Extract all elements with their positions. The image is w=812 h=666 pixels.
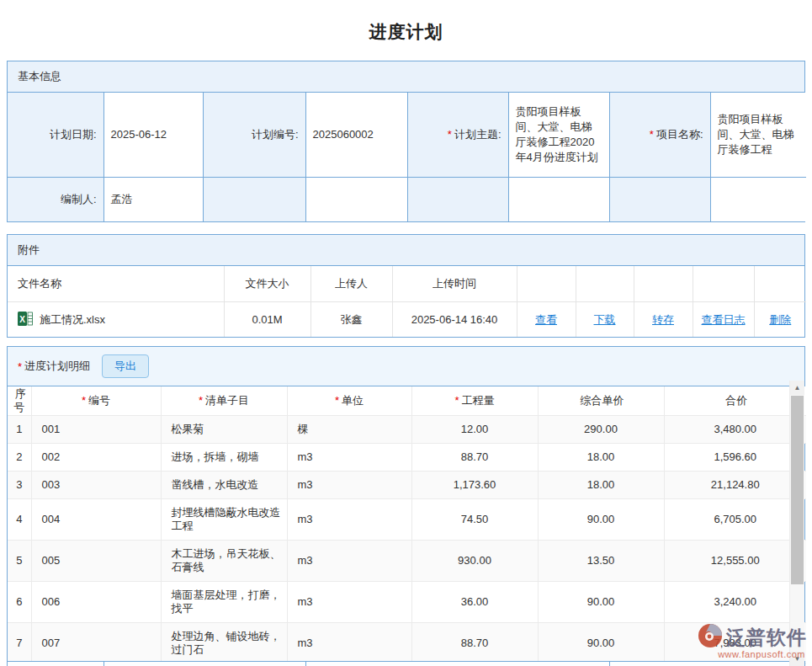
row-quantity: 74.50 <box>411 499 538 541</box>
attachments-section-header: 附件 <box>8 235 804 266</box>
row-code: 006 <box>31 582 161 623</box>
row-unit-price: 13.50 <box>538 541 664 582</box>
export-button[interactable]: 导出 <box>102 354 149 378</box>
download-link[interactable]: 下载 <box>594 313 616 326</box>
row-total: 1,596.60 <box>664 444 806 472</box>
row-total: 7,983.00 <box>664 623 806 664</box>
uploader-cell: 张鑫 <box>310 302 392 338</box>
action-column-header-empty <box>634 266 693 302</box>
no-column-header: 序号 <box>8 386 31 416</box>
empty-label-cell <box>203 178 305 222</box>
plan-subject-value: 贵阳项目样板间、大堂、电梯厅装修工程2020年4月份进度计划 <box>508 93 609 178</box>
file-size-cell: 0.01M <box>224 302 310 338</box>
attachment-row: X 施工情况.xlsx 0.01M 张鑫 2025-06-14 16:40 查看… <box>8 302 806 338</box>
row-no: 2 <box>8 444 31 472</box>
upload-time-column-header: 上传时间 <box>392 266 517 302</box>
attachments-table: 文件名称 文件大小 上传人 上传时间 X <box>8 266 806 337</box>
row-no: 7 <box>8 623 31 664</box>
plan-subject-label: *计划主题: <box>407 93 508 178</box>
basic-info-table: 计划日期: 2025-06-12 计划编号: 2025060002 *计划主题:… <box>8 93 806 221</box>
row-item: 封埋线槽隐蔽水电改造工程 <box>161 499 287 541</box>
row-item: 凿线槽，水电改造 <box>161 472 287 499</box>
row-item: 木工进场，吊天花板、石膏线 <box>161 541 287 582</box>
row-quantity: 88.70 <box>411 623 538 664</box>
view-link[interactable]: 查看 <box>535 313 557 326</box>
plan-date-label: 计划日期: <box>8 93 103 178</box>
row-quantity: 930.00 <box>411 541 538 582</box>
basic-info-row-2: 编制人: 孟浩 <box>8 178 806 222</box>
row-code: 004 <box>31 499 161 541</box>
empty-value-cell <box>710 178 806 222</box>
delete-link[interactable]: 删除 <box>769 313 791 326</box>
table-row: 2 002 进场，拆墙，砌墙 m3 88.70 18.00 1,596.60 <box>8 444 806 472</box>
action-cell: 查看 <box>517 302 576 338</box>
transfer-save-link[interactable]: 转存 <box>652 313 674 326</box>
item-column-header: *清单子目 <box>161 386 287 416</box>
row-unit-price: 90.00 <box>538 623 664 664</box>
row-unit: 棵 <box>287 416 411 444</box>
attachments-header-row: 文件名称 文件大小 上传人 上传时间 <box>8 266 806 302</box>
row-total: 12,555.00 <box>664 541 806 582</box>
project-name-label: *项目名称: <box>609 93 710 178</box>
row-code: 001 <box>31 416 161 444</box>
details-section-title: 进度计划明细 <box>24 359 90 374</box>
row-no: 1 <box>8 416 31 444</box>
details-section: * 进度计划明细 导出 序号 *编号 *清单子目 *单位 *工程量 综合单价 合… <box>7 346 805 666</box>
row-total: 21,124.80 <box>664 472 806 499</box>
table-row: 5 005 木工进场，吊天花板、石膏线 m3 930.00 13.50 12,5… <box>8 541 806 582</box>
plan-number-value: 2025060002 <box>305 93 407 178</box>
details-table: 序号 *编号 *清单子目 *单位 *工程量 综合单价 合价 1 001 松果菊 … <box>8 386 806 666</box>
upload-time-cell: 2025-06-14 16:40 <box>392 302 517 338</box>
action-cell: 转存 <box>634 302 693 338</box>
row-unit-price: 18.00 <box>538 472 664 499</box>
row-unit-price: 18.00 <box>538 444 664 472</box>
row-total: 3,480.00 <box>664 416 806 444</box>
row-item: 松果菊 <box>161 416 287 444</box>
details-scrollbar[interactable]: ▲ ▼ <box>789 381 804 666</box>
view-log-link[interactable]: 查看日志 <box>702 313 746 326</box>
basic-info-section: 基本信息 计划日期: 2025-06-12 计划编号: 2025060002 *… <box>7 61 805 222</box>
action-column-header-empty <box>576 266 634 302</box>
row-quantity: 88.70 <box>411 444 538 472</box>
row-item: 墙面基层处理，打磨，找平 <box>161 582 287 623</box>
scroll-down-icon[interactable]: ▼ <box>790 652 804 666</box>
uploader-column-header: 上传人 <box>310 266 392 302</box>
row-unit-price: 90.00 <box>538 582 664 623</box>
clipped-next-row <box>7 661 805 666</box>
row-no: 5 <box>8 541 31 582</box>
table-row: 3 003 凿线槽，水电改造 m3 1,173.60 18.00 21,124.… <box>8 472 806 499</box>
table-row: 6 006 墙面基层处理，打磨，找平 m3 36.00 90.00 3,240.… <box>8 582 806 623</box>
action-column-header-empty <box>754 266 806 302</box>
row-item: 进场，拆墙，砌墙 <box>161 444 287 472</box>
attachments-section: 附件 文件名称 文件大小 上传人 上传时间 X <box>7 234 805 338</box>
row-code: 005 <box>31 541 161 582</box>
code-column-header: *编号 <box>31 386 161 416</box>
details-section-header: * 进度计划明细 导出 <box>8 347 804 386</box>
action-cell: 查看日志 <box>693 302 754 338</box>
row-code: 007 <box>31 623 161 664</box>
empty-label-cell <box>407 178 508 222</box>
row-unit: m3 <box>287 499 411 541</box>
row-code: 002 <box>31 444 161 472</box>
empty-label-cell <box>609 178 710 222</box>
action-cell: 删除 <box>754 302 806 338</box>
scrollbar-thumb[interactable] <box>791 396 804 584</box>
compiler-label: 编制人: <box>8 178 103 222</box>
row-unit: m3 <box>287 472 411 499</box>
row-no: 6 <box>8 582 31 623</box>
excel-file-icon: X <box>18 312 33 328</box>
action-cell: 下载 <box>576 302 634 338</box>
scroll-up-icon[interactable]: ▲ <box>790 381 804 395</box>
row-no: 3 <box>8 472 31 499</box>
file-size-column-header: 文件大小 <box>224 266 310 302</box>
page-title: 进度计划 <box>0 0 812 61</box>
plan-date-value: 2025-06-12 <box>103 93 203 178</box>
table-row: 1 001 松果菊 棵 12.00 290.00 3,480.00 <box>8 416 806 444</box>
row-unit: m3 <box>287 582 411 623</box>
quantity-column-header: *工程量 <box>411 386 538 416</box>
file-name-cell: X 施工情况.xlsx <box>8 302 224 338</box>
details-header-row: 序号 *编号 *清单子目 *单位 *工程量 综合单价 合价 <box>8 386 806 416</box>
table-row: 4 004 封埋线槽隐蔽水电改造工程 m3 74.50 90.00 6,705.… <box>8 499 806 541</box>
row-unit: m3 <box>287 444 411 472</box>
basic-info-row-1: 计划日期: 2025-06-12 计划编号: 2025060002 *计划主题:… <box>8 93 806 178</box>
